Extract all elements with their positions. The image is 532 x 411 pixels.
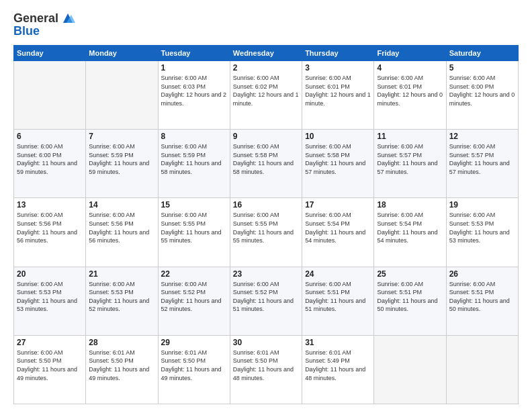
logo: General Blue: [13, 11, 75, 38]
weekday-header: Monday: [86, 46, 158, 61]
page: General Blue SundayMondayTuesdayWednesda…: [0, 0, 532, 411]
calendar-cell: 21Sunrise: 6:00 AMSunset: 5:53 PMDayligh…: [86, 267, 158, 335]
calendar-cell: 30Sunrise: 6:01 AMSunset: 5:50 PMDayligh…: [230, 335, 302, 404]
day-number: 22: [161, 269, 227, 279]
day-info: Sunrise: 6:00 AMSunset: 5:54 PMDaylight:…: [305, 211, 371, 244]
day-number: 15: [161, 200, 227, 210]
day-info: Sunrise: 6:00 AMSunset: 5:56 PMDaylight:…: [17, 211, 83, 244]
calendar-cell: 28Sunrise: 6:01 AMSunset: 5:50 PMDayligh…: [86, 335, 158, 404]
header: General Blue: [13, 11, 519, 38]
day-info: Sunrise: 6:00 AMSunset: 5:51 PMDaylight:…: [305, 280, 371, 314]
day-number: 7: [89, 132, 154, 141]
day-info: Sunrise: 6:01 AMSunset: 5:50 PMDaylight:…: [89, 349, 154, 382]
day-info: Sunrise: 6:00 AMSunset: 5:52 PMDaylight:…: [161, 280, 227, 314]
day-number: 12: [449, 132, 515, 141]
day-info: Sunrise: 6:00 AMSunset: 5:50 PMDaylight:…: [17, 349, 83, 382]
calendar-cell: 22Sunrise: 6:00 AMSunset: 5:52 PMDayligh…: [158, 267, 230, 335]
calendar-cell: 16Sunrise: 6:00 AMSunset: 5:55 PMDayligh…: [230, 198, 302, 267]
day-info: Sunrise: 6:00 AMSunset: 6:03 PMDaylight:…: [161, 74, 227, 107]
day-number: 5: [449, 63, 515, 73]
calendar-cell: 7Sunrise: 6:00 AMSunset: 5:59 PMDaylight…: [86, 130, 158, 198]
day-number: 23: [233, 269, 299, 279]
day-info: Sunrise: 6:00 AMSunset: 5:51 PMDaylight:…: [377, 280, 443, 314]
calendar-cell: 24Sunrise: 6:00 AMSunset: 5:51 PMDayligh…: [302, 267, 374, 335]
day-number: 6: [17, 132, 83, 141]
calendar-cell: 29Sunrise: 6:01 AMSunset: 5:50 PMDayligh…: [158, 335, 230, 404]
day-info: Sunrise: 6:00 AMSunset: 5:53 PMDaylight:…: [17, 280, 83, 314]
day-number: 30: [233, 338, 299, 347]
day-info: Sunrise: 6:00 AMSunset: 5:54 PMDaylight:…: [377, 211, 443, 244]
calendar-cell: 18Sunrise: 6:00 AMSunset: 5:54 PMDayligh…: [374, 198, 446, 267]
calendar-cell: [14, 61, 86, 130]
day-number: 1: [161, 63, 227, 73]
day-info: Sunrise: 6:00 AMSunset: 5:58 PMDaylight:…: [233, 142, 299, 176]
day-info: Sunrise: 6:00 AMSunset: 6:01 PMDaylight:…: [305, 74, 371, 107]
day-number: 16: [233, 200, 299, 210]
day-number: 31: [305, 338, 371, 347]
calendar-cell: 4Sunrise: 6:00 AMSunset: 6:01 PMDaylight…: [374, 61, 446, 130]
day-number: 13: [17, 200, 83, 210]
day-number: 4: [377, 63, 443, 73]
day-info: Sunrise: 6:00 AMSunset: 5:59 PMDaylight:…: [89, 142, 154, 176]
calendar-cell: 15Sunrise: 6:00 AMSunset: 5:55 PMDayligh…: [158, 198, 230, 267]
day-info: Sunrise: 6:01 AMSunset: 5:49 PMDaylight:…: [305, 349, 371, 382]
day-number: 29: [161, 338, 227, 347]
calendar-cell: 13Sunrise: 6:00 AMSunset: 5:56 PMDayligh…: [14, 198, 86, 267]
day-info: Sunrise: 6:00 AMSunset: 6:00 PMDaylight:…: [17, 142, 83, 176]
day-info: Sunrise: 6:00 AMSunset: 6:01 PMDaylight:…: [377, 74, 443, 107]
day-number: 10: [305, 132, 371, 141]
day-info: Sunrise: 6:00 AMSunset: 5:57 PMDaylight:…: [377, 142, 443, 176]
day-number: 21: [89, 269, 154, 279]
weekday-header: Thursday: [302, 46, 374, 61]
day-number: 8: [161, 132, 227, 141]
calendar-cell: 12Sunrise: 6:00 AMSunset: 5:57 PMDayligh…: [446, 130, 518, 198]
day-number: 3: [305, 63, 371, 73]
day-info: Sunrise: 6:00 AMSunset: 5:55 PMDaylight:…: [161, 211, 227, 244]
weekday-header: Friday: [374, 46, 446, 61]
calendar-cell: 14Sunrise: 6:00 AMSunset: 5:56 PMDayligh…: [86, 198, 158, 267]
calendar-cell: 20Sunrise: 6:00 AMSunset: 5:53 PMDayligh…: [14, 267, 86, 335]
calendar-cell: 10Sunrise: 6:00 AMSunset: 5:58 PMDayligh…: [302, 130, 374, 198]
day-info: Sunrise: 6:00 AMSunset: 5:56 PMDaylight:…: [89, 211, 154, 244]
day-number: 9: [233, 132, 299, 141]
day-info: Sunrise: 6:00 AMSunset: 5:59 PMDaylight:…: [161, 142, 227, 176]
weekday-header: Saturday: [446, 46, 518, 61]
calendar-cell: 11Sunrise: 6:00 AMSunset: 5:57 PMDayligh…: [374, 130, 446, 198]
day-info: Sunrise: 6:00 AMSunset: 5:53 PMDaylight:…: [449, 211, 515, 244]
day-number: 11: [377, 132, 443, 141]
logo-icon: [60, 11, 75, 26]
day-info: Sunrise: 6:01 AMSunset: 5:50 PMDaylight:…: [161, 349, 227, 382]
logo-blue-text: Blue: [13, 24, 75, 38]
weekday-header: Sunday: [14, 46, 86, 61]
day-number: 24: [305, 269, 371, 279]
calendar-cell: 1Sunrise: 6:00 AMSunset: 6:03 PMDaylight…: [158, 61, 230, 130]
day-number: 14: [89, 200, 154, 210]
calendar-cell: 2Sunrise: 6:00 AMSunset: 6:02 PMDaylight…: [230, 61, 302, 130]
calendar-cell: 23Sunrise: 6:00 AMSunset: 5:52 PMDayligh…: [230, 267, 302, 335]
logo-general-text: General: [13, 11, 58, 26]
calendar-cell: 9Sunrise: 6:00 AMSunset: 5:58 PMDaylight…: [230, 130, 302, 198]
day-number: 2: [233, 63, 299, 73]
day-number: 28: [89, 338, 154, 347]
day-info: Sunrise: 6:00 AMSunset: 6:02 PMDaylight:…: [233, 74, 299, 107]
day-number: 25: [377, 269, 443, 279]
calendar-cell: 5Sunrise: 6:00 AMSunset: 6:00 PMDaylight…: [446, 61, 518, 130]
calendar-cell: 3Sunrise: 6:00 AMSunset: 6:01 PMDaylight…: [302, 61, 374, 130]
calendar-cell: 19Sunrise: 6:00 AMSunset: 5:53 PMDayligh…: [446, 198, 518, 267]
day-info: Sunrise: 6:00 AMSunset: 5:57 PMDaylight:…: [449, 142, 515, 176]
day-info: Sunrise: 6:00 AMSunset: 5:51 PMDaylight:…: [449, 280, 515, 314]
day-info: Sunrise: 6:00 AMSunset: 5:53 PMDaylight:…: [89, 280, 154, 314]
day-info: Sunrise: 6:00 AMSunset: 5:52 PMDaylight:…: [233, 280, 299, 314]
calendar-cell: 26Sunrise: 6:00 AMSunset: 5:51 PMDayligh…: [446, 267, 518, 335]
day-info: Sunrise: 6:00 AMSunset: 6:00 PMDaylight:…: [449, 74, 515, 107]
calendar-cell: 6Sunrise: 6:00 AMSunset: 6:00 PMDaylight…: [14, 130, 86, 198]
calendar-cell: 8Sunrise: 6:00 AMSunset: 5:59 PMDaylight…: [158, 130, 230, 198]
day-info: Sunrise: 6:01 AMSunset: 5:50 PMDaylight:…: [233, 349, 299, 382]
day-number: 26: [449, 269, 515, 279]
day-info: Sunrise: 6:00 AMSunset: 5:55 PMDaylight:…: [233, 211, 299, 244]
day-number: 17: [305, 200, 371, 210]
calendar-cell: 31Sunrise: 6:01 AMSunset: 5:49 PMDayligh…: [302, 335, 374, 404]
calendar-cell: 17Sunrise: 6:00 AMSunset: 5:54 PMDayligh…: [302, 198, 374, 267]
calendar-cell: 25Sunrise: 6:00 AMSunset: 5:51 PMDayligh…: [374, 267, 446, 335]
day-number: 18: [377, 200, 443, 210]
